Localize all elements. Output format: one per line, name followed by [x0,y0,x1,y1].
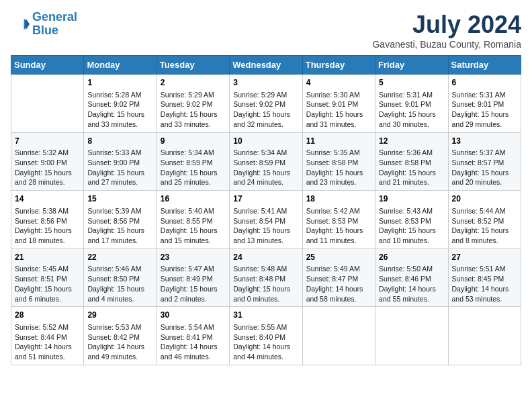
calendar-week-4: 21Sunrise: 5:45 AMSunset: 8:51 PMDayligh… [11,248,521,307]
cell-text: Daylight: 15 hours [379,109,444,120]
day-number: 23 [161,252,226,263]
cell-text: Sunset: 9:01 PM [452,99,517,109]
cell-text: Sunrise: 5:34 AM [233,148,298,158]
cell-text: Sunset: 8:42 PM [87,332,152,342]
calendar-cell: 23Sunrise: 5:47 AMSunset: 8:49 PMDayligh… [157,248,229,307]
day-number: 7 [15,136,80,147]
cell-text: Sunrise: 5:40 AM [161,206,226,216]
cell-text: Daylight: 15 hours [87,109,152,120]
calendar-cell: 22Sunrise: 5:46 AMSunset: 8:50 PMDayligh… [84,248,157,307]
day-number: 19 [379,193,444,205]
day-number: 15 [87,193,152,205]
cell-text: Sunset: 8:45 PM [452,274,517,284]
cell-text: Sunset: 8:47 PM [306,274,371,284]
cell-text: Sunset: 8:55 PM [161,216,226,226]
cell-text: Sunset: 8:46 PM [379,274,444,284]
location-subtitle: Gavanesti, Buzau County, Romania [372,39,521,50]
logo-line1: General [32,10,77,24]
weekday-header-row: SundayMondayTuesdayWednesdayThursdayFrid… [11,56,521,75]
day-number: 8 [87,136,152,147]
calendar-cell: 25Sunrise: 5:49 AMSunset: 8:47 PMDayligh… [302,248,375,307]
calendar-cell: 6Sunrise: 5:31 AMSunset: 9:01 PMDaylight… [448,75,521,133]
cell-text: Sunset: 9:02 PM [87,99,152,109]
calendar-cell: 19Sunrise: 5:43 AMSunset: 8:53 PMDayligh… [375,191,448,249]
day-number: 21 [15,252,80,263]
cell-text: Sunrise: 5:51 AM [452,264,517,274]
cell-text: Sunset: 8:58 PM [306,158,371,168]
cell-text: Sunset: 8:50 PM [87,274,152,284]
calendar-week-3: 14Sunrise: 5:38 AMSunset: 8:56 PMDayligh… [11,191,521,249]
cell-text: Daylight: 15 hours [87,168,152,178]
calendar-cell: 4Sunrise: 5:30 AMSunset: 9:01 PMDaylight… [302,75,375,133]
cell-text: Sunrise: 5:34 AM [161,148,226,158]
day-number: 13 [452,136,517,147]
calendar-cell: 31Sunrise: 5:55 AMSunset: 8:40 PMDayligh… [230,307,302,365]
cell-text: and 33 minutes. [161,120,226,130]
day-number: 25 [306,252,371,263]
cell-text: Daylight: 15 hours [452,168,517,178]
calendar-cell: 14Sunrise: 5:38 AMSunset: 8:56 PMDayligh… [11,191,84,249]
cell-text: Daylight: 14 hours [379,284,444,294]
cell-text: Sunrise: 5:37 AM [452,148,517,158]
cell-text: Sunrise: 5:39 AM [87,206,152,216]
cell-text: and 58 minutes. [306,294,371,304]
cell-text: Daylight: 15 hours [306,168,371,178]
calendar-cell: 2Sunrise: 5:29 AMSunset: 9:02 PMDaylight… [157,75,229,133]
cell-text: Daylight: 15 hours [87,226,152,236]
calendar-cell: 1Sunrise: 5:28 AMSunset: 9:02 PMDaylight… [84,75,157,133]
weekday-sunday: Sunday [11,56,84,75]
cell-text: Daylight: 15 hours [161,168,226,178]
cell-text: Sunset: 8:48 PM [233,274,298,284]
cell-text: Sunset: 9:00 PM [87,158,152,168]
cell-text: Sunset: 8:59 PM [161,158,226,168]
cell-text: Sunrise: 5:31 AM [452,90,517,100]
calendar-cell [302,307,375,365]
cell-text: and 29 minutes. [452,120,517,130]
calendar-cell: 5Sunrise: 5:31 AMSunset: 9:01 PMDaylight… [375,75,448,133]
weekday-tuesday: Tuesday [157,56,229,75]
cell-text: Daylight: 15 hours [233,168,298,178]
cell-text: Sunrise: 5:30 AM [306,90,371,100]
calendar-cell: 18Sunrise: 5:42 AMSunset: 8:53 PMDayligh… [302,191,375,249]
cell-text: and 55 minutes. [379,294,444,304]
cell-text: and 20 minutes. [452,177,517,187]
cell-text: Daylight: 15 hours [452,226,517,236]
day-number: 2 [161,77,226,89]
title-block: July 2024 Gavanesti, Buzau County, Roman… [372,11,521,50]
cell-text: Sunset: 8:57 PM [452,158,517,168]
cell-text: and 33 minutes. [87,120,152,130]
day-number: 12 [379,136,444,147]
day-number: 28 [15,310,80,321]
cell-text: and 32 minutes. [233,120,298,130]
cell-text: Sunrise: 5:50 AM [379,264,444,274]
cell-text: Sunrise: 5:28 AM [87,90,152,100]
cell-text: Sunset: 9:02 PM [161,99,226,109]
calendar-cell [448,307,521,365]
cell-text: and 46 minutes. [161,352,226,362]
cell-text: Sunrise: 5:42 AM [306,206,371,216]
cell-text: and 18 minutes. [15,236,80,246]
cell-text: Sunset: 8:56 PM [15,216,80,226]
cell-text: and 0 minutes. [233,294,298,304]
weekday-thursday: Thursday [302,56,375,75]
cell-text: and 17 minutes. [87,236,152,246]
day-number: 16 [161,193,226,205]
cell-text: Daylight: 15 hours [379,226,444,236]
day-number: 18 [306,193,371,205]
day-number: 24 [233,252,298,263]
day-number: 26 [379,252,444,263]
cell-text: Daylight: 14 hours [161,342,226,352]
cell-text: Daylight: 15 hours [233,284,298,294]
svg-marker-1 [26,18,30,30]
logo: General Blue [11,11,77,38]
cell-text: Sunrise: 5:49 AM [306,264,371,274]
cell-text: Daylight: 15 hours [161,109,226,120]
cell-text: and 10 minutes. [379,236,444,246]
cell-text: Daylight: 14 hours [87,342,152,352]
weekday-wednesday: Wednesday [230,56,302,75]
day-number: 31 [233,310,298,321]
cell-text: Sunset: 8:44 PM [15,332,80,342]
weekday-friday: Friday [375,56,448,75]
day-number: 11 [306,136,371,147]
calendar-cell: 11Sunrise: 5:35 AMSunset: 8:58 PMDayligh… [302,132,375,191]
